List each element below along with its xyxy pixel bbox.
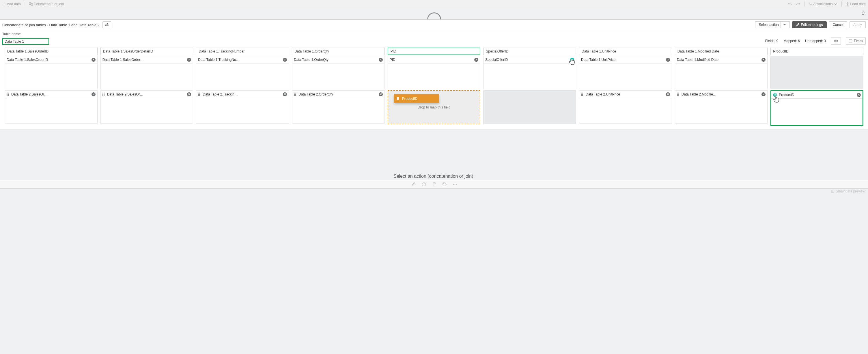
- mapping-cell-t2[interactable]: Data Table 2.SalesOr…✕: [100, 90, 193, 124]
- select-action-dropdown[interactable]: Select action: [755, 21, 790, 28]
- add-data-label: Add data: [7, 2, 21, 6]
- close-icon[interactable]: ✕: [570, 58, 574, 62]
- col-header[interactable]: Data Table 1.UnitPrice: [579, 47, 672, 55]
- svg-point-8: [443, 183, 444, 184]
- mapping-cell-t1[interactable]: Data Table 1.OrderQty✕: [292, 56, 385, 89]
- unmapped-count: Unmapped: 3: [805, 39, 826, 43]
- cancel-button[interactable]: Cancel: [829, 21, 847, 28]
- col-header[interactable]: SpecialOfferID: [483, 47, 576, 55]
- show-preview-toggle[interactable]: Show data preview: [831, 189, 865, 193]
- svg-point-10: [454, 184, 455, 185]
- divider: [804, 1, 805, 7]
- drag-handle-icon[interactable]: [198, 93, 201, 96]
- col-header[interactable]: Data Table 1.OrderQty: [292, 47, 385, 55]
- svg-point-5: [835, 40, 837, 41]
- close-icon[interactable]: ✕: [283, 92, 287, 96]
- more-icon[interactable]: [453, 182, 457, 187]
- home-icon[interactable]: [861, 11, 865, 15]
- mapping-cell-t1[interactable]: Data Table 1.Modified Date✕: [675, 56, 768, 89]
- tag-icon[interactable]: [442, 182, 447, 187]
- close-icon[interactable]: ✕: [92, 92, 96, 96]
- apply-label: Apply: [853, 23, 862, 27]
- drag-chip[interactable]: ProductID: [394, 94, 439, 103]
- mapping-cell-t2[interactable]: Data Table 2.SalesOr…✕: [5, 90, 98, 124]
- drop-zone[interactable]: Drop to map this field ProductID: [388, 90, 480, 124]
- plus-icon: [2, 2, 6, 6]
- mapping-cell-t2[interactable]: Data Table 2.OrderQty✕: [292, 90, 385, 124]
- close-icon[interactable]: ✕: [187, 92, 191, 96]
- swap-tables-button[interactable]: [102, 21, 111, 28]
- mapping-cell-t1[interactable]: PID✕: [388, 56, 480, 89]
- mapping-cell-t1[interactable]: SpecialOfferID✕: [483, 56, 576, 89]
- close-icon[interactable]: ✕: [379, 58, 383, 62]
- mapping-cell-t1[interactable]: Data Table 1.SalesOrderID✕: [5, 56, 98, 89]
- svg-point-6: [773, 93, 777, 97]
- col-header[interactable]: Data Table 1.Modified Date: [675, 47, 768, 55]
- footer-bar: Show data preview: [0, 189, 868, 194]
- mapping-cell-t2[interactable]: Data Table 2.UnitPrice✕: [579, 90, 672, 124]
- mapping-cell-t2[interactable]: Data Table 2.Modifie…✕: [675, 90, 768, 124]
- undo-icon[interactable]: [788, 2, 792, 6]
- mapping-cell-t1[interactable]: Data Table 1.UnitPrice✕: [579, 56, 672, 89]
- mapping-cell-t1[interactable]: Data Table 1.SalesOrder…✕: [100, 56, 193, 89]
- col-header[interactable]: ProductID: [770, 47, 863, 55]
- svg-rect-0: [29, 2, 31, 4]
- mapping-cell-t2[interactable]: Data Table 2.Trackin…✕: [196, 90, 289, 124]
- close-icon[interactable]: ✕: [666, 58, 670, 62]
- target-icon: [773, 93, 777, 97]
- trash-icon[interactable]: [432, 182, 436, 187]
- refresh-icon[interactable]: [422, 182, 426, 187]
- chevron-down-icon: [780, 22, 786, 28]
- close-icon[interactable]: ✕: [283, 58, 287, 62]
- svg-point-3: [811, 4, 811, 5]
- mapping-cell-empty[interactable]: [770, 56, 863, 89]
- concat-join-button[interactable]: Concatenate or join: [29, 2, 64, 6]
- col-header[interactable]: Data Table 1.SalesOrderDetailID: [100, 47, 193, 55]
- list-icon: [849, 39, 852, 42]
- assoc-label: Associations: [813, 2, 833, 6]
- apply-button[interactable]: Apply: [849, 21, 866, 28]
- select-action-label: Select action: [759, 23, 779, 27]
- close-icon[interactable]: ✕: [187, 58, 191, 62]
- close-icon[interactable]: ✕: [474, 58, 478, 62]
- eye-icon: [834, 39, 838, 42]
- mapping-cell-t1[interactable]: Data Table 1.TrackingNu…✕: [196, 56, 289, 89]
- edit-mappings-button[interactable]: Edit mappings: [792, 21, 827, 28]
- top-toolbar: Add data Concatenate or join Association…: [0, 0, 868, 8]
- mapping-cell-productid[interactable]: ProductID ✕: [770, 90, 863, 126]
- show-preview-label: Show data preview: [836, 189, 865, 193]
- redo-icon[interactable]: [796, 2, 800, 6]
- play-circle-icon: [846, 2, 849, 6]
- drag-handle-icon[interactable]: [102, 93, 105, 96]
- close-icon[interactable]: ✕: [762, 92, 766, 96]
- svg-point-7: [774, 94, 776, 96]
- associations-button[interactable]: Associations: [809, 2, 837, 6]
- close-icon[interactable]: ✕: [857, 93, 861, 97]
- svg-point-9: [453, 184, 454, 185]
- add-data-button[interactable]: Add data: [2, 2, 21, 6]
- close-icon[interactable]: ✕: [762, 58, 766, 62]
- table-name-input[interactable]: [2, 38, 49, 45]
- drag-handle-icon[interactable]: [581, 93, 584, 96]
- drag-handle-icon[interactable]: [677, 93, 680, 96]
- fields-count: Fields: 9: [765, 39, 778, 43]
- mapping-cell-empty[interactable]: [483, 90, 576, 124]
- col-header[interactable]: Data Table 1.TrackingNumber: [196, 47, 289, 55]
- fields-button[interactable]: Fields: [846, 37, 866, 45]
- footer-toolbar: [0, 180, 868, 189]
- svg-rect-12: [831, 190, 834, 192]
- pencil-icon[interactable]: [411, 182, 416, 187]
- drag-handle-icon[interactable]: [294, 93, 297, 96]
- close-icon[interactable]: ✕: [666, 92, 670, 96]
- load-data-button[interactable]: Load data: [846, 2, 866, 6]
- cancel-label: Cancel: [833, 23, 843, 27]
- col-header-pid[interactable]: PID: [388, 47, 480, 55]
- drag-handle-icon[interactable]: [7, 93, 9, 96]
- visibility-toggle[interactable]: [831, 37, 841, 45]
- concat-label: Concatenate or join: [34, 2, 64, 6]
- close-icon[interactable]: ✕: [379, 92, 383, 96]
- divider: [25, 1, 25, 7]
- close-icon[interactable]: ✕: [92, 58, 96, 62]
- associations-icon: [809, 2, 812, 6]
- col-header[interactable]: Data Table 1.SalesOrderID: [5, 47, 98, 55]
